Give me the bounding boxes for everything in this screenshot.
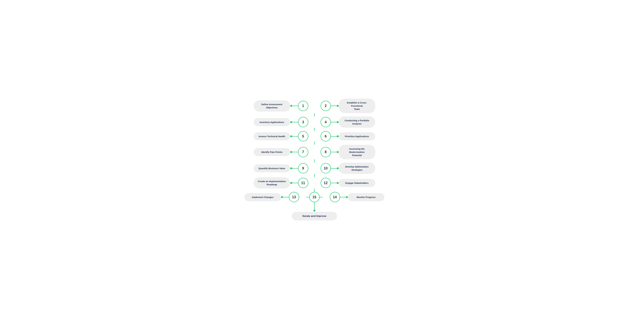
- right-dot-12: [337, 182, 339, 184]
- left-dot-7: [290, 151, 292, 153]
- right-line-8: [331, 152, 337, 152]
- bottom-dot: [314, 210, 315, 212]
- step-row: Assess Technical Health56Prioritize Appl…: [238, 131, 391, 142]
- diagram: Define Assessment Objectives12Establish …: [238, 98, 391, 220]
- step-circle-5: 5: [298, 131, 308, 142]
- left-dot-3: [290, 121, 292, 123]
- left-pill-1: Define Assessment Objectives: [254, 100, 290, 112]
- step-circle-15: 15: [309, 192, 320, 202]
- v-connector: [314, 142, 314, 145]
- v-connector: [314, 188, 314, 192]
- left-dot-5: [290, 135, 292, 137]
- v-connector: [314, 128, 314, 131]
- left-pill-3: Inventory Applications: [254, 118, 290, 126]
- bottom-v-line: [314, 202, 314, 210]
- step-circle-1: 1: [298, 101, 308, 111]
- left-pill-5: Assess Technical Health: [254, 132, 290, 140]
- step-row: Create an Implementation Roadmap1112Enga…: [238, 177, 391, 188]
- step-circle-12: 12: [320, 178, 331, 188]
- left-line-1: [292, 106, 298, 106]
- v-connector: [314, 159, 314, 162]
- step-row: Identify Pain Points78Assessing the Mode…: [238, 145, 391, 159]
- right-dot-10: [337, 167, 339, 169]
- right-pill-12: Engage Stakeholders: [339, 179, 375, 187]
- step-row: Inventory Applications34Conducting a Por…: [238, 116, 391, 128]
- right-dot-4: [337, 121, 339, 123]
- bottom-section: Iterate and Improve: [238, 202, 391, 220]
- left-pill-11: Create an Implementation Roadmap: [254, 177, 290, 188]
- left-pill-13: Implement Changes: [244, 193, 281, 201]
- step-circle-14: 14: [330, 192, 340, 202]
- right-dot-8: [337, 151, 339, 153]
- left-line-9: [292, 168, 298, 168]
- step-circle-7: 7: [298, 147, 308, 157]
- left-line-3: [292, 122, 298, 122]
- left-dot-9: [290, 167, 292, 169]
- v-connector: [314, 113, 314, 116]
- step-circle-8: 8: [320, 147, 331, 157]
- step-circle-11: 11: [298, 178, 308, 188]
- step-row: Quantify Business Value910Develop Optimi…: [238, 162, 391, 174]
- step-circle-9: 9: [298, 163, 308, 174]
- bottom-pill: Iterate and Improve: [292, 212, 337, 220]
- right-line-4: [331, 122, 337, 122]
- right-dot-6: [337, 135, 339, 137]
- right-pill-10: Develop Optimization Strategies: [339, 162, 375, 174]
- right-line-12: [331, 183, 337, 183]
- step-circle-10: 10: [320, 163, 331, 174]
- left-line-7: [292, 152, 298, 152]
- right-line-2: [331, 106, 337, 106]
- left-pill-7: Identify Pain Points: [254, 148, 290, 156]
- right-line-14: [340, 197, 346, 197]
- step-row: Implement Changes131514Monitor Progress: [238, 192, 391, 202]
- right-dot-2: [337, 105, 339, 107]
- left-line-5: [292, 136, 298, 136]
- step-circle-13: 13: [289, 192, 299, 202]
- left-pill-9: Quantify Business Value: [254, 164, 290, 172]
- left-line-13: [283, 197, 289, 197]
- left-dot-13: [281, 196, 283, 198]
- step-circle-2: 2: [320, 101, 331, 111]
- right-dot-14: [346, 196, 348, 198]
- step-circle-6: 6: [320, 131, 331, 142]
- right-pill-14: Monitor Progress: [348, 193, 384, 201]
- v-connector: [314, 174, 314, 177]
- right-pill-4: Conducting a Portfolio Analysis: [339, 116, 375, 128]
- left-dot-1: [290, 105, 292, 107]
- right-line-6: [331, 136, 337, 136]
- step-circle-3: 3: [298, 117, 308, 127]
- left-line-11: [292, 183, 298, 183]
- left-dot-11: [290, 182, 292, 184]
- right-line-10: [331, 168, 337, 168]
- step-row: Define Assessment Objectives12Establish …: [238, 98, 391, 113]
- right-pill-6: Prioritize Applications: [339, 132, 375, 140]
- step-circle-4: 4: [320, 117, 331, 127]
- right-pill-8: Assessing the Modernization Potential: [339, 145, 375, 159]
- right-pill-2: Establish a Cross-Functional Team: [339, 98, 375, 113]
